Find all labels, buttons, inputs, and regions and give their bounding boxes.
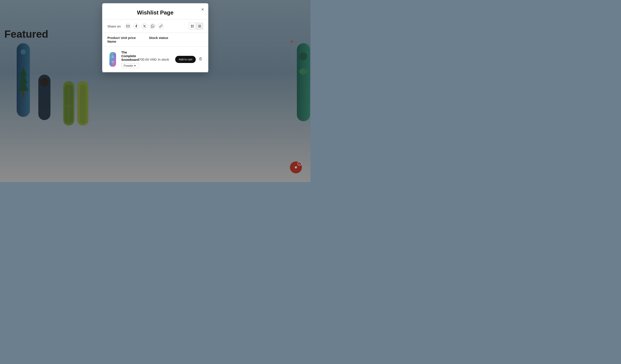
grid-view-button[interactable] <box>189 23 196 30</box>
svg-rect-23 <box>198 27 201 27</box>
svg-rect-21 <box>198 25 201 26</box>
product-image <box>107 51 118 67</box>
svg-rect-19 <box>191 26 192 28</box>
product-name: The Complete Snowboard <box>121 50 139 62</box>
product-actions: Add to cart <box>175 56 203 63</box>
col-header-product: Product Name <box>107 36 121 43</box>
product-col: The Complete Snowboard Powder ▾ <box>107 50 139 68</box>
svg-rect-16 <box>126 25 129 28</box>
col-header-price: Unit price <box>121 36 149 43</box>
view-toggle <box>189 23 203 30</box>
svg-rect-20 <box>192 26 194 28</box>
delete-item-button[interactable] <box>198 56 203 62</box>
modal-overlay: Wishlist Page × Share on: <box>0 0 310 182</box>
chevron-down-icon: ▾ <box>134 64 136 67</box>
product-stock: In stock <box>158 58 175 61</box>
list-view-button[interactable] <box>196 23 203 30</box>
share-icons <box>125 23 186 29</box>
svg-rect-17 <box>191 25 192 26</box>
whatsapp-share-icon[interactable] <box>150 23 156 29</box>
product-thumbnail <box>108 51 117 67</box>
svg-rect-18 <box>192 25 194 26</box>
modal-title: Wishlist Page <box>109 9 202 16</box>
variant-label: Powder <box>124 64 133 67</box>
col-header-actions <box>175 36 203 43</box>
modal-header: Wishlist Page × <box>102 3 208 20</box>
add-to-cart-button[interactable]: Add to cart <box>175 56 196 63</box>
table-row: The Complete Snowboard Powder ▾ 700.00 V… <box>102 47 208 72</box>
product-price: 700.00 VND <box>139 58 158 61</box>
facebook-share-icon[interactable] <box>133 23 139 29</box>
email-share-icon[interactable] <box>125 23 131 29</box>
col-header-stock: Stock status <box>149 36 175 43</box>
close-button[interactable]: × <box>201 7 204 12</box>
share-row: Share on: <box>102 20 208 33</box>
table-header: Product Name Unit price Stock status <box>102 33 208 47</box>
twitter-share-icon[interactable] <box>141 23 147 29</box>
wishlist-table: The Complete Snowboard Powder ▾ 700.00 V… <box>102 47 208 72</box>
product-variant-selector[interactable]: Powder ▾ <box>121 63 139 68</box>
svg-rect-22 <box>198 26 201 26</box>
link-share-icon[interactable] <box>158 23 164 29</box>
wishlist-modal: Wishlist Page × Share on: <box>102 3 208 72</box>
share-label: Share on: <box>107 24 121 28</box>
product-info: The Complete Snowboard Powder ▾ <box>121 50 139 68</box>
